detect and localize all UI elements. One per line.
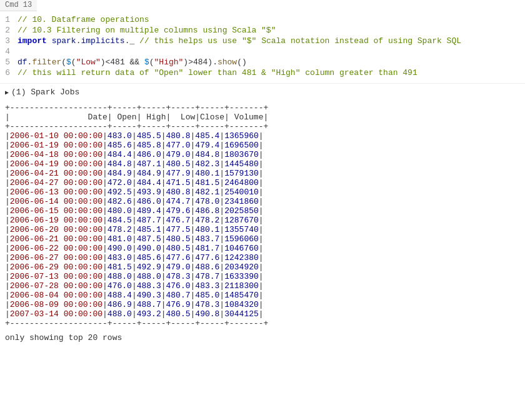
- table-row: |2006-06-21 00:00:00|481.0|487.5|480.5|4…: [5, 234, 520, 244]
- table-row: |2006-04-19 00:00:00|484.8|487.1|480.5|4…: [5, 159, 520, 169]
- table-row: |2006-01-10 00:00:00|483.0|485.5|480.8|4…: [5, 131, 520, 141]
- table-row: |2006-07-13 00:00:00|488.0|488.0|478.3|4…: [5, 272, 520, 281]
- table-row: |2006-06-27 00:00:00|483.0|485.6|477.6|4…: [5, 253, 520, 262]
- line-number-4: 4: [0, 47, 18, 56]
- code-line-1: 1 // 10. Dataframe operations: [0, 14, 525, 25]
- line-number-1: 1: [0, 15, 18, 24]
- table-row: |2006-04-21 00:00:00|484.9|484.9|477.9|4…: [5, 169, 520, 178]
- table-row: |2006-01-19 00:00:00|485.6|485.8|477.0|4…: [5, 141, 520, 150]
- table-body: |2006-01-10 00:00:00|483.0|485.5|480.8|4…: [5, 131, 520, 319]
- table-separator-bottom: +--------------------+-----+-----+-----+…: [5, 319, 520, 328]
- line-number-3: 3: [0, 36, 18, 46]
- table-row: |2006-04-18 00:00:00|484.4|486.0|479.0|4…: [5, 150, 520, 159]
- code-line-3: 3 import spark.implicits._ // this helps…: [0, 36, 525, 46]
- spark-jobs-section[interactable]: ▶ (1) Spark Jobs: [0, 83, 525, 101]
- table-row: |2006-06-15 00:00:00|480.0|489.4|479.6|4…: [5, 206, 520, 216]
- code-comment-1: // 10. Dataframe operations: [18, 15, 525, 24]
- spark-jobs-toggle[interactable]: ▶ (1) Spark Jobs: [5, 88, 520, 97]
- table-header: | Date| Open| High| Low|Close| Volume|: [5, 112, 520, 122]
- table-row: |2006-06-29 00:00:00|481.5|492.9|479.0|4…: [5, 262, 520, 272]
- code-line-2: 2 // 10.3 Filtering on multiple columns …: [0, 25, 525, 36]
- code-area: 1 // 10. Dataframe operations 2 // 10.3 …: [0, 9, 525, 83]
- table-row: |2006-04-27 00:00:00|472.0|484.4|471.5|4…: [5, 178, 520, 188]
- table-row: |2006-08-04 00:00:00|488.4|490.3|480.7|4…: [5, 291, 520, 300]
- output-area: +--------------------+-----+-----+-----+…: [0, 101, 525, 331]
- table-separator-header: +--------------------+-----+-----+-----+…: [5, 122, 520, 131]
- cmd-bar: Cmd 13: [0, 0, 525, 9]
- code-comment-2: // 10.3 Filtering on multiple columns us…: [18, 26, 525, 35]
- spark-jobs-label: (1) Spark Jobs: [11, 88, 79, 97]
- code-line-6: 6 // this will return data of "Open" low…: [0, 68, 525, 78]
- table-row: |2006-06-20 00:00:00|478.2|485.1|477.5|4…: [5, 225, 520, 234]
- table-row: |2006-06-22 00:00:00|490.0|490.0|480.5|4…: [5, 244, 520, 253]
- table-row: |2006-07-28 00:00:00|476.0|488.3|476.0|4…: [5, 281, 520, 291]
- footer-text: only showing top 20 rows: [0, 331, 525, 345]
- table-row: |2006-08-09 00:00:00|486.9|488.7|476.9|4…: [5, 300, 520, 309]
- table-separator-top: +--------------------+-----+-----+-----+…: [5, 103, 520, 112]
- table-row: |2006-06-14 00:00:00|482.6|486.0|474.7|4…: [5, 197, 520, 206]
- code-import: import spark.implicits._ // this helps u…: [18, 36, 525, 46]
- code-comment-6: // this will return data of "Open" lower…: [18, 68, 525, 78]
- table-row: |2006-06-13 00:00:00|492.5|493.9|480.8|4…: [5, 188, 520, 197]
- line-number-2: 2: [0, 26, 18, 35]
- code-line-5: 5 df.filter($("Low")<481 && $("High")>48…: [0, 57, 525, 68]
- code-line-4: 4: [0, 46, 525, 57]
- table-row: |2006-06-19 00:00:00|484.5|487.7|476.7|4…: [5, 216, 520, 225]
- line-number-5: 5: [0, 58, 18, 67]
- code-filter: df.filter($("Low")<481 && $("High")>484)…: [18, 58, 525, 67]
- triangle-icon: ▶: [5, 89, 9, 96]
- code-empty-4: [18, 47, 525, 56]
- line-number-6: 6: [0, 68, 18, 78]
- table-row: |2007-03-14 00:00:00|488.0|493.2|480.5|4…: [5, 309, 520, 319]
